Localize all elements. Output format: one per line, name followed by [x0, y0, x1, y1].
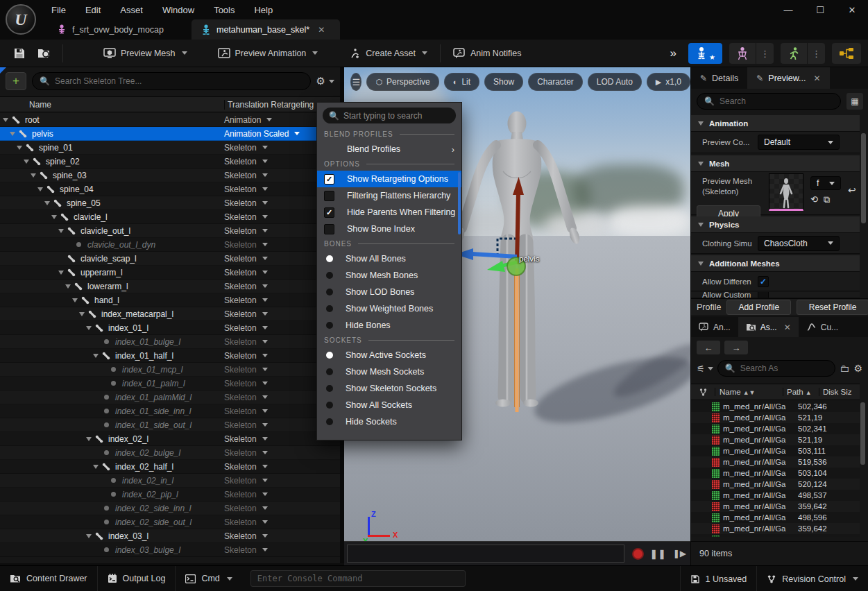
menu-item-filtering-flattens-hierarchy[interactable]: Filtering Flattens Hierarchy [317, 187, 461, 204]
menu-item-hide-parents-when-filtering[interactable]: Hide Parents When Filtering [317, 204, 461, 221]
skeleton-mode-button[interactable]: ★ [688, 43, 722, 64]
tree-row-index_02_side_out_l[interactable]: index_02_side_out_lSkeleton [0, 515, 340, 529]
menu-item-show-active-sockets[interactable]: Show Active Sockets [317, 347, 461, 363]
preview-mesh-button[interactable]: Preview Mesh [96, 44, 194, 63]
browse-asset-icon[interactable]: ⧉ [824, 194, 830, 205]
radio-icon[interactable] [326, 368, 333, 375]
radio-icon[interactable] [326, 255, 333, 262]
asset-row[interactable]: m_med_nr/All/Ga359,642 [691, 501, 860, 512]
details-scrollbar-thumb[interactable] [861, 133, 866, 223]
retarget-dropdown[interactable]: Skeleton [224, 393, 268, 402]
tree-row-index_01_side_out_l[interactable]: index_01_side_out_lSkeleton [0, 418, 340, 432]
retarget-dropdown[interactable]: Skeleton [224, 143, 268, 153]
asset-row[interactable]: m_med_nr/All/Ga502,346 [691, 401, 860, 412]
tree-settings-button[interactable]: ⚙ [316, 75, 334, 87]
tree-row-clavicle_out_l_dyn[interactable]: clavicle_out_l_dynSkeleton [0, 238, 340, 252]
retarget-dropdown[interactable]: Skeleton [224, 171, 268, 180]
retarget-dropdown[interactable]: Skeleton [224, 476, 268, 486]
expander-icon[interactable] [31, 173, 36, 178]
viewport-button-show[interactable]: Show [484, 73, 523, 91]
retarget-dropdown[interactable]: Skeleton [224, 531, 268, 541]
retarget-dropdown[interactable]: Skeleton [224, 379, 268, 388]
retarget-dropdown[interactable]: Skeleton [224, 351, 268, 361]
tree-row-clavicle_out_l[interactable]: clavicle_out_lSkeleton [0, 224, 340, 238]
radio-icon[interactable] [326, 402, 333, 409]
expander-icon[interactable] [93, 465, 99, 469]
settings-gear-icon[interactable]: ⚙ [853, 363, 862, 374]
unsaved-button[interactable]: 1 Unsaved [680, 566, 757, 591]
menu-window[interactable]: Window [154, 1, 203, 19]
retarget-dropdown[interactable]: Skeleton [224, 504, 268, 513]
menu-tools[interactable]: Tools [205, 1, 243, 19]
menu-item-show-bone-index[interactable]: Show Bone Index [317, 221, 461, 237]
timeline-track[interactable] [347, 545, 624, 563]
menu-search[interactable]: 🔍 [323, 108, 456, 123]
mesh-thumbnail[interactable] [769, 173, 803, 211]
expander-icon[interactable] [58, 271, 64, 275]
expander-icon[interactable] [93, 354, 99, 358]
maximize-button[interactable]: ☐ [804, 0, 836, 19]
asset-row[interactable]: m_med_nr/All/Ga498,596 [691, 512, 860, 523]
menu-asset[interactable]: Asset [112, 1, 151, 19]
retarget-dropdown[interactable]: Skeleton [224, 254, 268, 264]
expander-icon[interactable] [44, 201, 50, 205]
menu-item-show-mesh-sockets[interactable]: Show Mesh Sockets [317, 363, 461, 380]
expander-icon[interactable] [65, 284, 71, 289]
menu-item-show-lod-bones[interactable]: Show LOD Bones [317, 284, 461, 300]
retarget-dropdown[interactable]: Skeleton [224, 462, 268, 472]
tab-anim-notifies[interactable]: An... [691, 317, 738, 337]
menu-help[interactable]: Help [246, 1, 281, 19]
animation-mode-button[interactable]: ⋮ [781, 43, 825, 64]
retarget-dropdown[interactable]: Skeleton [224, 268, 268, 277]
menu-item-show-weighted-bones[interactable]: Show Weighted Bones [317, 300, 461, 317]
expander-icon[interactable] [37, 187, 43, 191]
tree-row-spine_02[interactable]: spine_02Skeleton [0, 155, 340, 169]
tab-preview-scene-settings[interactable]: ✎ Preview... ✕ [747, 67, 829, 89]
menu-item-show-skeleton-sockets[interactable]: Show Skeleton Sockets [317, 380, 461, 397]
asset-row[interactable]: m_med_nr/All/Ga503,104 [691, 468, 860, 479]
tree-row-spine_05[interactable]: spine_05Skeleton [0, 196, 340, 210]
retarget-dropdown[interactable]: Skeleton [224, 337, 268, 347]
viewport-menu-button[interactable]: ☰ [350, 73, 361, 91]
asset-row[interactable]: m_med_nr/All/Ga521,19 [691, 412, 860, 423]
tab-close-icon[interactable]: ✕ [318, 25, 325, 35]
skeletal-mesh-mode-button[interactable]: ⋮ [729, 43, 774, 64]
retarget-dropdown[interactable]: Skeleton [224, 198, 268, 208]
column-name[interactable]: Name [0, 100, 224, 110]
expander-icon[interactable] [17, 146, 22, 150]
retarget-dropdown[interactable]: Skeleton [224, 406, 268, 416]
tree-row-index_03_bulge_l[interactable]: index_03_bulge_lSkeleton [0, 543, 340, 557]
asset-row[interactable]: m_med_nr/All/Ga503,111 [691, 445, 860, 456]
checkbox-icon[interactable] [324, 207, 334, 218]
unreal-logo-icon[interactable]: U [6, 4, 36, 35]
asset-row[interactable]: m_med_nr/All/Ga519,536 [691, 456, 860, 468]
use-selected-asset-icon[interactable]: ⟲ [810, 194, 818, 205]
retarget-dropdown[interactable]: Animation [224, 115, 272, 125]
tree-row-spine_01[interactable]: spine_01Skeleton [0, 141, 340, 155]
viewport-button-x1-0[interactable]: ▶x1,0 [647, 73, 690, 91]
skeleton-tree-search[interactable]: 🔍 [32, 72, 311, 90]
viewport-button-lit[interactable]: ◐Lit [444, 73, 479, 91]
tab-f-srt-ovw-body-mocap[interactable]: f_srt_ovw_body_mocap [47, 19, 189, 40]
content-drawer-button[interactable]: Content Drawer [0, 566, 98, 591]
preview-animation-button[interactable]: Preview Animation [211, 44, 325, 63]
retarget-dropdown[interactable]: Skeleton [224, 448, 268, 458]
expander-icon[interactable] [86, 326, 92, 330]
viewport-button-character[interactable]: Character [528, 73, 583, 91]
menu-search-input[interactable] [343, 111, 450, 121]
tree-row-index_01_l[interactable]: index_01_lSkeleton [0, 321, 340, 335]
allow-different-checkbox[interactable] [758, 276, 769, 287]
tree-row-index_01_bulge_l[interactable]: index_01_bulge_lSkeleton [0, 335, 340, 349]
tab-asset-browser[interactable]: As... ✕ [738, 317, 799, 337]
tree-row-pelvis[interactable]: pelvisAnimation Scaled [0, 127, 340, 141]
clothing-simulation-dropdown[interactable]: ChaosCloth [758, 236, 840, 251]
add-profile-button[interactable]: Add Profile [726, 300, 791, 315]
tree-row-index_metacarpal_l[interactable]: index_metacarpal_lSkeleton [0, 307, 340, 321]
minimize-button[interactable]: — [772, 0, 804, 19]
revision-control-button[interactable]: Revision Control [756, 566, 868, 591]
retarget-dropdown[interactable]: Skeleton [224, 226, 268, 236]
output-log-button[interactable]: Output Log [98, 566, 176, 591]
viewport-button-perspective[interactable]: ⬡Perspective [366, 73, 439, 91]
radio-icon[interactable] [326, 289, 333, 296]
menu-item-hide-sockets[interactable]: Hide Sockets [317, 413, 461, 430]
